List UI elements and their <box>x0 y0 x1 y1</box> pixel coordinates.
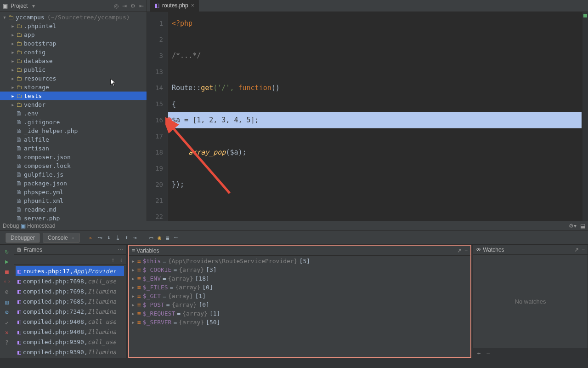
hide-icon[interactable]: ⬓ <box>580 223 585 229</box>
restore-icon[interactable]: ↗ <box>574 247 579 253</box>
editor-tab-routes[interactable]: ◧ routes.php × <box>150 0 199 12</box>
sort-icon[interactable]: ≣ <box>166 234 170 241</box>
frame-row[interactable]: ◧routes.php:17, App\Provider <box>16 266 124 276</box>
line-number[interactable]: 18 <box>147 144 163 161</box>
step-over-icon[interactable]: ⤼ <box>97 234 102 241</box>
layout-icon[interactable]: ▥ <box>3 298 11 305</box>
step-out-icon[interactable]: ⬆ <box>125 234 129 241</box>
frame-row[interactable]: ◧compiled.php:9390, call_use <box>16 337 124 347</box>
expand-icon[interactable]: ▸ <box>131 266 136 273</box>
settings-icon[interactable]: ⚙ <box>3 308 11 316</box>
tree-file[interactable]: 🗎phpunit.xml <box>0 196 147 205</box>
frame-row[interactable]: ◧compiled.php:7685, Illumina <box>16 296 124 306</box>
minus-icon[interactable]: − <box>582 247 585 253</box>
tree-file[interactable]: 🗎server.php <box>0 214 147 221</box>
tree-file[interactable]: 🗎phpspec.yml <box>0 188 147 196</box>
tree-file[interactable]: 🗎composer.lock <box>0 161 147 170</box>
frame-row[interactable]: ◧compiled.php:7698, call_use <box>16 276 124 286</box>
line-number[interactable]: 16 <box>147 112 163 128</box>
stop-icon[interactable]: ■ <box>3 268 11 275</box>
variable-row[interactable]: ▸≡ $this = {App\Providers\RouteServicePr… <box>131 257 469 265</box>
mute-breakpoints-icon[interactable]: ⊘ <box>3 288 11 295</box>
step-into-icon[interactable]: ⬇ <box>107 234 111 241</box>
expand-icon[interactable]: ▸ <box>131 319 136 326</box>
collapse-icon[interactable]: ⇥ <box>122 3 127 9</box>
line-number[interactable]: 1 <box>147 16 163 32</box>
variable-row[interactable]: ▸≡ $_COOKIE = {array} [3] <box>131 265 469 274</box>
frame-row[interactable]: ◧compiled.php:9408, Illumina <box>16 327 124 337</box>
line-number[interactable]: 14 <box>147 80 163 96</box>
show-exec-point-icon[interactable]: ▹ <box>89 234 93 241</box>
expand-icon[interactable]: ▸ <box>131 301 136 308</box>
variables-list[interactable]: ▸≡ $this = {App\Providers\RouteServicePr… <box>129 256 470 357</box>
run-to-cursor-icon[interactable]: ⇥ <box>133 234 137 241</box>
tree-folder-config[interactable]: ▸🗀config <box>0 48 147 57</box>
tree-file[interactable]: 🗎readme.md <box>0 205 147 214</box>
line-number[interactable]: 20 <box>147 177 163 193</box>
expand-icon[interactable]: ▸ <box>131 293 136 299</box>
tree-folder-.phpintel[interactable]: ▸🗀.phpintel <box>0 22 147 30</box>
watch-icon[interactable]: ◉ <box>158 234 161 241</box>
resume-icon[interactable]: ▶ <box>3 258 11 265</box>
tree-file[interactable]: 🗎artisan <box>0 144 147 153</box>
variable-row[interactable]: ▸≡ $_SERVER = {array} [50] <box>131 318 469 327</box>
tree-folder-database[interactable]: ▸🗀database <box>0 57 147 65</box>
line-number[interactable]: 22 <box>147 209 163 221</box>
line-number[interactable]: 19 <box>147 161 163 177</box>
frame-up-icon[interactable]: ↑ <box>111 256 115 263</box>
more-icon[interactable]: ⋯ <box>174 234 178 241</box>
tab-console[interactable]: Console → <box>43 233 80 243</box>
expand-icon[interactable]: ▸ <box>131 275 136 282</box>
tree-folder-app[interactable]: ▸🗀app <box>0 30 147 39</box>
target-icon[interactable]: ◎ <box>114 3 119 9</box>
force-step-into-icon[interactable]: ⤓ <box>115 234 120 241</box>
pin-icon[interactable]: ↙ <box>3 318 11 326</box>
close-icon[interactable]: × <box>191 2 194 9</box>
close-icon[interactable]: ✕ <box>3 328 11 336</box>
tree-folder-resources[interactable]: ▸🗀resources <box>0 74 147 83</box>
line-number[interactable]: 15 <box>147 96 163 112</box>
line-number[interactable]: 17 <box>147 128 163 144</box>
restore-icon[interactable]: ↗ <box>457 247 462 254</box>
editor-body[interactable]: 12313141516171819202122 <?php /*...*/ Ro… <box>147 12 588 221</box>
minus-icon[interactable]: − <box>464 247 468 254</box>
tree-root[interactable]: ▾ 🗀 yccampus (~/Sourcetree/yccampus) <box>0 13 147 22</box>
code-area[interactable]: <?php /*...*/ Route::get('/', function()… <box>168 12 588 221</box>
variable-row[interactable]: ▸≡ $_ENV = {array} [18] <box>131 274 469 283</box>
tree-folder-bootstrap[interactable]: ▸🗀bootstrap <box>0 39 147 48</box>
project-dropdown-icon[interactable]: ▾ <box>32 3 35 9</box>
frame-row[interactable]: ◧compiled.php:9408, call_use <box>16 316 124 327</box>
line-number[interactable]: 3 <box>147 48 163 64</box>
gear-icon[interactable]: ⚙ <box>130 3 136 9</box>
line-number[interactable]: 21 <box>147 193 163 209</box>
tree-file[interactable]: 🗎_ide_helper.php <box>0 126 147 135</box>
debug-toolwindow-header[interactable]: Debug ▣ Homestead ⚙▾ ⬓ <box>0 221 588 231</box>
add-watch-icon[interactable]: ＋ <box>476 349 482 357</box>
frame-row[interactable]: ◧compiled.php:9390, Illumina <box>16 347 124 357</box>
tree-file[interactable]: 🗎gulpfile.js <box>0 170 147 179</box>
hide-icon[interactable]: ⇤ <box>139 3 144 9</box>
variable-row[interactable]: ▸≡ $_FILES = {array} [0] <box>131 283 469 292</box>
tree-folder-tests[interactable]: ▸🗀tests <box>0 92 147 100</box>
frames-list[interactable]: ◧routes.php:17, App\Provider◧compiled.ph… <box>14 265 126 358</box>
rerun-icon[interactable]: ↻ <box>3 247 11 255</box>
tree-file[interactable]: 🗎composer.json <box>0 153 147 161</box>
expand-icon[interactable]: ▸ <box>131 284 136 291</box>
project-tree[interactable]: ▾ 🗀 yccampus (~/Sourcetree/yccampus) ▸🗀.… <box>0 12 147 221</box>
view-breakpoints-icon[interactable]: ◦◦ <box>3 278 11 285</box>
remove-watch-icon[interactable]: − <box>486 350 490 356</box>
gear-icon[interactable]: ⚙▾ <box>569 223 577 229</box>
frame-row[interactable]: ◧compiled.php:7698, Illumina <box>16 286 124 296</box>
variable-row[interactable]: ▸≡ $_GET = {array} [1] <box>131 292 469 300</box>
tree-file[interactable]: 🗎.gitignore <box>0 118 147 126</box>
expand-icon[interactable]: ▸ <box>131 310 136 317</box>
thread-dropdown-icon[interactable]: ⋯ <box>118 247 123 253</box>
tree-file[interactable]: 🗎.env <box>0 109 147 118</box>
tree-folder-storage[interactable]: ▸🗀storage <box>0 83 147 92</box>
tree-folder-public[interactable]: ▸🗀public <box>0 65 147 74</box>
line-gutter[interactable]: 12313141516171819202122 <box>147 12 168 221</box>
help-icon[interactable]: ? <box>3 339 11 346</box>
tree-file[interactable]: 🗎package.json <box>0 179 147 188</box>
line-number[interactable]: 13 <box>147 64 163 80</box>
project-toolwindow-header[interactable]: ▣ Project ▾ ◎ ⇥ ⚙ ⇤ <box>0 0 147 12</box>
